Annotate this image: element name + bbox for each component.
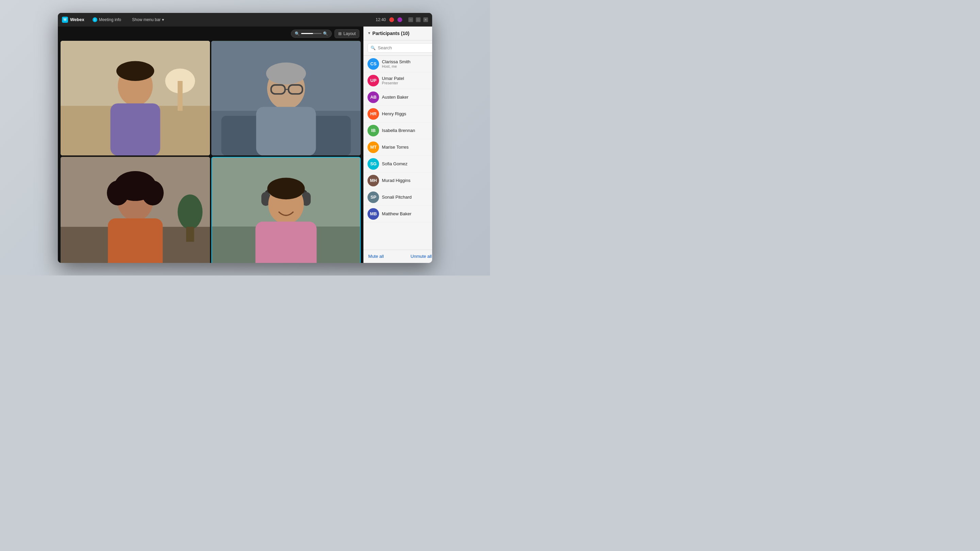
participant-name-7: Murad Higgins <box>382 178 432 183</box>
svg-point-18 <box>178 195 202 229</box>
unmute-all-button[interactable]: Unmute all <box>411 254 432 259</box>
participant-info-8: Sonali Pitchard <box>382 195 432 200</box>
person-svg-2 <box>211 41 361 156</box>
zoom-out-icon: 🔍 <box>295 31 300 36</box>
info-icon: i <box>92 17 97 22</box>
time-display: 12:40 <box>375 17 386 22</box>
participant-name-5: Marise Torres <box>382 144 432 150</box>
svg-rect-3 <box>178 81 183 111</box>
participant-item-4[interactable]: IB Isabella Brennan 🖐 🖥 🔇 <box>363 122 432 139</box>
svg-rect-15 <box>256 107 316 156</box>
svg-point-11 <box>266 62 306 84</box>
participants-list: CS Clarissa Smith Host, me 🖥 🎤 UP Umar P… <box>363 56 432 250</box>
video-person-1 <box>60 41 210 156</box>
panel-footer: Mute all Unmute all ••• <box>363 250 432 263</box>
zoom-slider-fill <box>301 33 313 34</box>
layout-label: Layout <box>343 31 356 36</box>
participant-item-7[interactable]: MH Murad Higgins 🖐 🖥 🔇 <box>363 172 432 189</box>
search-input[interactable] <box>378 45 432 50</box>
participant-name-2: Austen Baker <box>382 95 432 100</box>
person-svg-4 <box>212 157 360 263</box>
participant-avatar-8: SP <box>368 192 379 203</box>
participant-info-6: Sofia Gomez <box>382 161 432 166</box>
minimize-button[interactable]: ─ <box>408 17 413 22</box>
video-cell-3 <box>60 157 210 263</box>
participant-avatar-3: HR <box>368 108 379 120</box>
main-content: 🔍 🔍 ⊞ Layout <box>58 27 432 263</box>
participant-item-0[interactable]: CS Clarissa Smith Host, me 🖥 🎤 <box>363 56 432 73</box>
participants-panel: ▾ Participants (10) ⤢ ✕ 🔍 ⇅ <box>363 27 432 263</box>
participant-item-6[interactable]: SG Sofia Gomez 🖥 🎤 <box>363 156 432 172</box>
maximize-button[interactable]: □ <box>416 17 421 22</box>
participant-info-5: Marise Torres <box>382 144 432 150</box>
participant-avatar-1: UP <box>368 75 379 86</box>
close-button[interactable]: ✕ <box>423 17 428 22</box>
svg-point-6 <box>116 61 154 81</box>
participant-name-8: Sonali Pitchard <box>382 195 432 200</box>
app-window: W Webex i Meeting info Show menu bar ▾ 1… <box>58 13 432 263</box>
webex-name: Webex <box>70 17 84 22</box>
participant-item-3[interactable]: HR Henry Riggs 🖐 🖥 🔇 <box>363 106 432 122</box>
video-area: 🔍 🔍 ⊞ Layout <box>58 27 363 263</box>
panel-chevron-icon[interactable]: ▾ <box>368 31 370 35</box>
participant-avatar-0: CS <box>368 58 379 70</box>
svg-rect-5 <box>110 103 160 156</box>
webex-logo: W Webex <box>62 17 84 23</box>
participant-info-9: Matthew Baker <box>382 211 432 216</box>
chevron-down-icon: ▾ <box>162 17 164 22</box>
window-controls: ─ □ ✕ <box>408 17 428 22</box>
zoom-slider[interactable] <box>301 33 321 34</box>
video-cell-1 <box>60 41 210 156</box>
participant-name-6: Sofia Gomez <box>382 161 432 166</box>
participant-item-5[interactable]: MT Marise Torres 🖐 🖥 🔇 <box>363 139 432 156</box>
participant-avatar-2: AB <box>368 92 379 103</box>
participant-item-1[interactable]: UP Umar Patel Presenter 🖥 🎤 <box>363 73 432 89</box>
svg-point-23 <box>142 181 164 205</box>
search-input-wrap: 🔍 ⇅ <box>368 43 432 53</box>
search-bar: 🔍 ⇅ <box>363 40 432 56</box>
participant-item-8[interactable]: SP Sonali Pitchard 🖐 🖥 🔇 <box>363 189 432 206</box>
participants-title: Participants (10) <box>372 30 409 36</box>
show-menu-label: Show menu bar <box>132 17 161 22</box>
video-person-2 <box>211 41 361 156</box>
mute-all-button[interactable]: Mute all <box>368 254 384 259</box>
title-bar: W Webex i Meeting info Show menu bar ▾ 1… <box>58 13 432 27</box>
participant-name-9: Matthew Baker <box>382 211 432 216</box>
participant-item-2[interactable]: AB Austen Baker 🖐 🖥 🔇 <box>363 89 432 106</box>
webex-icon: W <box>62 17 68 23</box>
video-cell-4-sofia: 🎤 Sofia Gomez <box>211 157 361 263</box>
participant-name-1: Umar Patel <box>382 76 432 81</box>
video-grid: 🎤 Sofia Gomez <box>60 41 361 263</box>
participant-avatar-7: MH <box>368 175 379 186</box>
recording-indicator <box>389 17 394 22</box>
participant-avatar-9: MB <box>368 208 379 220</box>
panel-header: ▾ Participants (10) ⤢ ✕ <box>363 27 432 40</box>
desktop: W Webex i Meeting info Show menu bar ▾ 1… <box>0 0 490 275</box>
participant-info-2: Austen Baker <box>382 95 432 100</box>
svg-rect-19 <box>186 227 194 242</box>
title-bar-left: W Webex i Meeting info Show menu bar ▾ <box>62 16 167 23</box>
participant-avatar-6: SG <box>368 158 379 170</box>
zoom-in-icon: 🔍 <box>323 31 328 36</box>
participant-info-0: Clarissa Smith Host, me <box>382 59 432 68</box>
meeting-info-button[interactable]: i Meeting info <box>90 16 124 23</box>
meeting-info-label: Meeting info <box>99 17 121 22</box>
participant-item-9[interactable]: MB Matthew Baker 🖐 🖥 🔇 <box>363 206 432 222</box>
video-person-3 <box>60 157 210 263</box>
layout-button[interactable]: ⊞ Layout <box>334 29 360 38</box>
show-menu-button[interactable]: Show menu bar ▾ <box>129 16 167 23</box>
svg-rect-31 <box>256 222 317 263</box>
participant-avatar-4: IB <box>368 125 379 137</box>
search-icon: 🔍 <box>371 46 375 50</box>
participant-role-0: Host, me <box>382 64 432 68</box>
participant-name-3: Henry Riggs <box>382 111 432 116</box>
profile-indicator <box>398 17 402 22</box>
svg-rect-24 <box>108 218 163 263</box>
participant-info-7: Murad Higgins <box>382 178 432 183</box>
participant-info-3: Henry Riggs <box>382 111 432 116</box>
video-person-4 <box>212 157 360 263</box>
participant-role-1: Presenter <box>382 81 432 85</box>
title-bar-right: 12:40 ─ □ ✕ <box>375 17 428 22</box>
zoom-control[interactable]: 🔍 🔍 <box>291 30 332 38</box>
participant-name-4: Isabella Brennan <box>382 128 432 133</box>
